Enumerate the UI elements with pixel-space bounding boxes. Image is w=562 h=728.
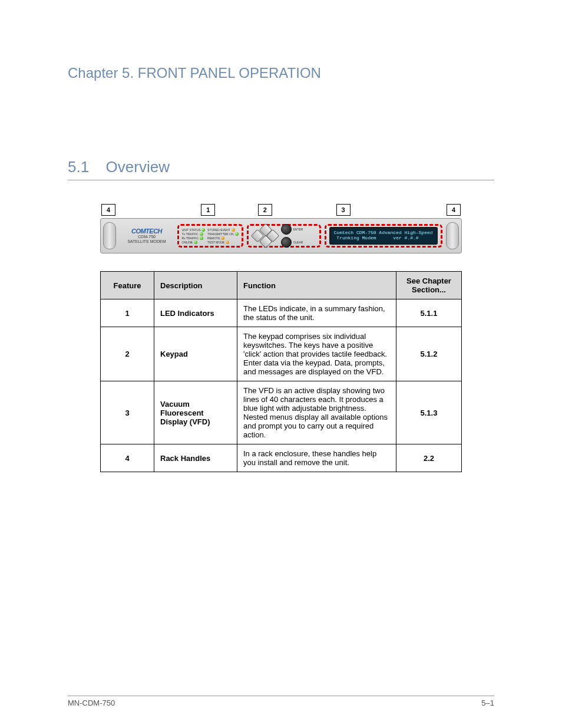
cell-desc: Rack Handles — [154, 444, 237, 472]
callout-2: 2 — [258, 204, 272, 216]
led-label: UNIT STATUS — [182, 228, 201, 232]
led-label: REMOTE — [207, 236, 220, 240]
cell-func: The VFD is an active display showing two… — [237, 381, 396, 444]
cell-see: 5.1.2 — [396, 327, 462, 381]
col-feature: Feature — [101, 272, 154, 299]
vfd-line2: Trunking Modem ver #.#.# — [334, 235, 419, 241]
cell-see: 5.1.1 — [396, 299, 462, 327]
col-description: Description — [154, 272, 237, 299]
led-indicator — [232, 228, 235, 232]
cell-feature: 3 — [101, 381, 154, 444]
clear-label: CLEAR — [293, 241, 303, 244]
cell-feature: 4 — [101, 444, 154, 472]
section-number: 5.1 — [68, 158, 89, 176]
table-row: 1 LED Indicators The LEDs indicate, in a… — [101, 299, 462, 327]
led-label: TEST MODE — [207, 241, 224, 244]
footer-page: 5–1 — [481, 699, 494, 707]
callout-4-right: 4 — [447, 204, 461, 216]
keypad: ENTER CLEAR — [247, 224, 321, 248]
front-panel-figure: 4 1 2 3 4 COMTECH CDM-750 SATELLITE MODE… — [100, 204, 462, 253]
cell-func: In a rack enclosure, these handles help … — [237, 444, 396, 472]
cell-func: The keypad comprises six individual keys… — [237, 327, 396, 381]
table-row: 2 Keypad The keypad comprises six indivi… — [101, 327, 462, 381]
footer-doc: MN-CDM-750 — [68, 699, 115, 707]
cell-feature: 1 — [101, 299, 154, 327]
rack-handle-right — [446, 222, 459, 249]
clear-button[interactable] — [281, 237, 292, 248]
vfd-line1: Comtech CDM-750 Advanced High-Speed — [334, 230, 433, 235]
cell-func: The LEDs indicate, in a summary fashion,… — [237, 299, 396, 327]
callout-4-left: 4 — [101, 204, 115, 216]
led-label: ONLINE — [182, 241, 193, 244]
section-heading: 5.1 Overview — [68, 158, 494, 180]
cell-see: 5.1.3 — [396, 381, 462, 444]
model-subtitle: SATELLITE MODEM — [120, 239, 173, 244]
chapter-label: Chapter 5. FRONT PANEL OPERATION — [68, 65, 494, 81]
cell-desc: Keypad — [154, 327, 237, 381]
cell-see: 2.2 — [396, 444, 462, 472]
led-label: Rx TRAFFIC — [182, 236, 199, 240]
led-indicator — [200, 236, 203, 240]
led-indicator — [194, 241, 197, 244]
led-panel: UNIT STATUS STORED EVENT Tx TRAFFIC TRAN… — [177, 224, 243, 248]
callout-1: 1 — [201, 204, 215, 216]
model-label: CDM-750 — [120, 235, 173, 239]
led-indicator — [200, 232, 203, 236]
vfd-display: Comtech CDM-750 Advanced High-Speed Trun… — [329, 227, 438, 245]
brand-logo: COMTECH — [120, 228, 173, 235]
feature-table: Feature Description Function See Chapter… — [100, 271, 462, 472]
col-see: See Chapter Section... — [396, 272, 462, 299]
table-row: 3 Vacuum Fluorescent Display (VFD) The V… — [101, 381, 462, 444]
led-indicator — [221, 236, 224, 240]
callout-3: 3 — [336, 204, 351, 216]
dpad — [252, 226, 279, 246]
vfd-panel: Comtech CDM-750 Advanced High-Speed Trun… — [325, 224, 442, 248]
device-bezel: COMTECH CDM-750 SATELLITE MODEM UNIT STA… — [100, 218, 462, 253]
led-label: TRANSMITTER ON — [207, 232, 233, 236]
section-title: Overview — [106, 158, 170, 176]
col-function: Function — [237, 272, 396, 299]
cell-desc: Vacuum Fluorescent Display (VFD) — [154, 381, 237, 444]
cell-desc: LED Indicators — [154, 299, 237, 327]
enter-button[interactable] — [281, 224, 292, 235]
rack-handle-left — [103, 222, 116, 249]
led-indicator — [226, 241, 229, 244]
led-indicator — [201, 228, 205, 232]
led-label: Tx TRAFFIC — [182, 232, 199, 236]
cell-feature: 2 — [101, 327, 154, 381]
led-label: STORED EVENT — [207, 228, 230, 232]
led-indicator — [235, 232, 239, 236]
page-footer: MN-CDM-750 5–1 — [68, 696, 494, 707]
enter-label: ENTER — [293, 228, 303, 231]
table-row: 4 Rack Handles In a rack enclosure, thes… — [101, 444, 462, 472]
brand-block: COMTECH CDM-750 SATELLITE MODEM — [120, 228, 173, 243]
